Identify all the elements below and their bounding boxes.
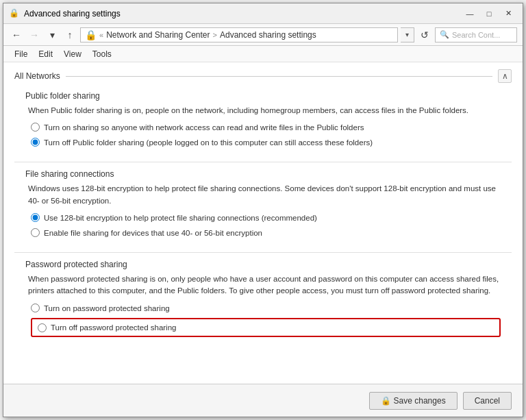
file-sharing-connections-section: File sharing connections Windows uses 12… <box>3 166 523 248</box>
public-folder-sharing-section: Public folder sharing When Public folder… <box>3 88 523 158</box>
path-separator-left: « <box>99 31 103 39</box>
radio-pps-off: Turn off password protected sharing <box>31 318 501 337</box>
up-button[interactable]: ↑ <box>62 27 77 42</box>
radio-pfs-off-input[interactable] <box>31 138 40 147</box>
cancel-label: Cancel <box>475 396 500 406</box>
all-networks-header: All Networks ∧ <box>3 62 523 88</box>
close-button[interactable]: ✕ <box>499 7 517 21</box>
radio-fsc-128-input[interactable] <box>31 213 40 222</box>
title-bar-controls: — □ ✕ <box>461 7 517 21</box>
path-icon: 🔒 <box>85 29 97 40</box>
radio-pfs-on-label: Turn on sharing so anyone with network a… <box>44 122 364 133</box>
file-sharing-desc: Windows uses 128-bit encryption to help … <box>25 183 501 207</box>
public-folder-sharing-title: Public folder sharing <box>25 91 501 101</box>
address-dropdown-button[interactable]: ▾ <box>401 27 414 42</box>
minimize-button[interactable]: — <box>461 7 479 21</box>
back-button[interactable]: ← <box>9 27 24 42</box>
window-title: Advanced sharing settings <box>24 9 461 18</box>
save-button[interactable]: 🔒 Save changes <box>369 392 458 410</box>
menu-view[interactable]: View <box>58 48 87 60</box>
cancel-button[interactable]: Cancel <box>463 392 512 410</box>
window-icon: 🔒 <box>9 8 20 19</box>
menu-tools[interactable]: Tools <box>87 48 117 60</box>
radio-pps-on-input[interactable] <box>31 304 40 312</box>
radio-pfs-on: Turn on sharing so anyone with network a… <box>25 122 501 133</box>
radio-pps-on: Turn on password protected sharing <box>25 303 501 314</box>
radio-pfs-off-label: Turn off Public folder sharing (people l… <box>44 137 373 148</box>
refresh-button[interactable]: ↺ <box>417 27 432 42</box>
search-icon: 🔍 <box>440 30 449 39</box>
path-separator1: > <box>213 31 217 39</box>
radio-fsc-4056: Enable file sharing for devices that use… <box>25 227 501 238</box>
path-part1: Network and Sharing Center <box>106 30 210 40</box>
password-sharing-desc: When password protected sharing is on, o… <box>25 273 501 297</box>
radio-fsc-128: Use 128-bit encryption to help protect f… <box>25 212 501 223</box>
menu-file[interactable]: File <box>9 48 33 60</box>
divider-1 <box>14 162 512 162</box>
radio-pps-off-input[interactable] <box>38 323 47 332</box>
header-line <box>66 76 492 77</box>
path-part2: Advanced sharing settings <box>220 30 316 40</box>
dropdown-button[interactable]: ▾ <box>45 27 60 42</box>
address-path: 🔒 « Network and Sharing Center > Advance… <box>80 27 398 42</box>
search-box[interactable]: 🔍 Search Cont... <box>435 27 517 42</box>
maximize-button[interactable]: □ <box>480 7 498 21</box>
menu-edit[interactable]: Edit <box>33 48 58 60</box>
public-folder-sharing-desc: When Public folder sharing is on, people… <box>25 105 501 116</box>
radio-pps-off-label: Turn off password protected sharing <box>51 322 176 333</box>
collapse-button[interactable]: ∧ <box>498 69 512 83</box>
footer: 🔒 Save changes Cancel <box>3 384 523 417</box>
radio-fsc-4056-input[interactable] <box>31 228 40 237</box>
address-bar: ← → ▾ ↑ 🔒 « Network and Sharing Center >… <box>3 24 523 46</box>
save-label: Save changes <box>394 396 446 406</box>
forward-button[interactable]: → <box>27 27 42 42</box>
password-sharing-section: Password protected sharing When password… <box>3 257 523 347</box>
main-window: 🔒 Advanced sharing settings — □ ✕ ← → ▾ … <box>3 3 523 417</box>
save-icon: 🔒 <box>381 396 391 406</box>
divider-2 <box>14 252 512 253</box>
main-content: All Networks ∧ Public folder sharing Whe… <box>3 62 523 384</box>
menu-bar: File Edit View Tools <box>3 46 523 62</box>
file-sharing-title: File sharing connections <box>25 169 501 179</box>
password-sharing-title: Password protected sharing <box>25 260 501 269</box>
all-networks-title: All Networks <box>14 71 60 81</box>
radio-fsc-128-label: Use 128-bit encryption to help protect f… <box>44 212 317 223</box>
search-placeholder: Search Cont... <box>452 31 500 39</box>
radio-pfs-on-input[interactable] <box>31 123 40 132</box>
radio-pfs-off: Turn off Public folder sharing (people l… <box>25 137 501 148</box>
radio-pps-on-label: Turn on password protected sharing <box>44 303 170 314</box>
title-bar: 🔒 Advanced sharing settings — □ ✕ <box>3 3 523 24</box>
scroll-area[interactable]: All Networks ∧ Public folder sharing Whe… <box>3 62 523 384</box>
radio-fsc-4056-label: Enable file sharing for devices that use… <box>44 227 262 238</box>
